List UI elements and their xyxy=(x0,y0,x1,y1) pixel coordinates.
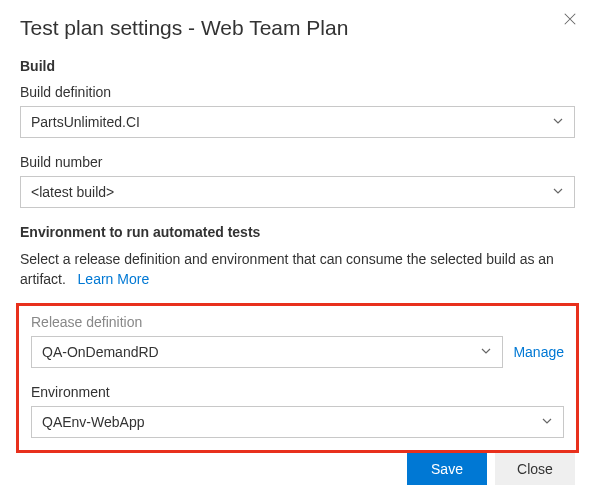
build-number-dropdown[interactable]: <latest build> xyxy=(20,176,575,208)
test-plan-settings-dialog: Test plan settings - Web Team Plan Build… xyxy=(0,0,595,473)
build-number-value: <latest build> xyxy=(31,184,114,200)
environment-value: QAEnv-WebApp xyxy=(42,414,144,430)
environment-description: Select a release definition and environm… xyxy=(20,250,575,289)
release-definition-label: Release definition xyxy=(31,314,564,330)
environment-dropdown[interactable]: QAEnv-WebApp xyxy=(31,406,564,438)
build-number-label: Build number xyxy=(20,154,575,170)
environment-heading: Environment to run automated tests xyxy=(20,224,575,240)
chevron-down-icon xyxy=(480,344,492,360)
dialog-footer: Save Close xyxy=(407,453,575,485)
close-icon[interactable] xyxy=(561,12,579,30)
environment-label: Environment xyxy=(31,384,564,400)
release-definition-value: QA-OnDemandRD xyxy=(42,344,159,360)
build-heading: Build xyxy=(20,58,575,74)
chevron-down-icon xyxy=(541,414,553,430)
close-button[interactable]: Close xyxy=(495,453,575,485)
chevron-down-icon xyxy=(552,114,564,130)
highlight-box: Release definition QA-OnDemandRD Manage … xyxy=(16,303,579,453)
save-button[interactable]: Save xyxy=(407,453,487,485)
build-definition-value: PartsUnlimited.CI xyxy=(31,114,140,130)
build-definition-dropdown[interactable]: PartsUnlimited.CI xyxy=(20,106,575,138)
chevron-down-icon xyxy=(552,184,564,200)
build-definition-label: Build definition xyxy=(20,84,575,100)
dialog-title: Test plan settings - Web Team Plan xyxy=(20,16,575,40)
manage-link[interactable]: Manage xyxy=(513,344,564,360)
learn-more-link[interactable]: Learn More xyxy=(78,271,150,287)
release-definition-dropdown[interactable]: QA-OnDemandRD xyxy=(31,336,503,368)
